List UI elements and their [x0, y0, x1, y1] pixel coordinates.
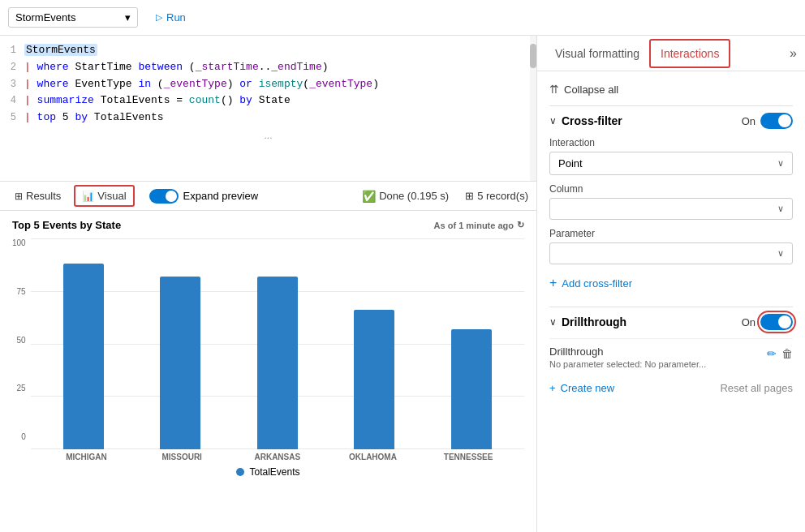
cross-filter-header: ∨ Cross-filter On	[549, 113, 793, 129]
drillthrough-header: ∨ Drillthrough On	[549, 314, 793, 330]
code-editor[interactable]: 1 StormEvents 2 | where StartTime betwee…	[0, 36, 536, 182]
line-num-3: 3	[0, 77, 24, 92]
cross-filter-section: ∨ Cross-filter On Interaction Point ∨ Co…	[549, 113, 793, 294]
code-line-3: 3 | where EventType in (_eventType) or i…	[0, 76, 536, 93]
drillthrough-toggle-knob	[778, 315, 791, 328]
bar	[63, 264, 104, 449]
line-num-2: 2	[0, 60, 24, 75]
collapse-all[interactable]: ⇈ Collapse all	[549, 79, 793, 99]
code-text-5: | top 5 by TotalEvents	[24, 109, 536, 127]
cross-filter-toggle: On	[742, 113, 793, 129]
drillthrough-title: Drillthrough	[562, 315, 737, 328]
code-line-1: 1 StormEvents	[0, 42, 536, 59]
y-label-25: 25	[12, 384, 26, 393]
cross-filter-toggle-switch[interactable]	[760, 113, 793, 129]
drillthrough-section: ∨ Drillthrough On Drillthrough No parame…	[549, 314, 793, 394]
interaction-dropdown[interactable]: Point ∨	[549, 152, 793, 175]
right-header: Visual formatting Interactions »	[537, 36, 805, 71]
dataset-select[interactable]: StormEvents ▾	[8, 7, 138, 28]
line-num-1: 1	[0, 43, 24, 58]
code-line-2: 2 | where StartTime between (_startTime.…	[0, 59, 536, 76]
column-field-label: Column	[549, 183, 793, 195]
main-layout: 1 StormEvents 2 | where StartTime betwee…	[0, 36, 805, 532]
bars-row	[31, 238, 524, 449]
drillthrough-item-subtitle: No parameter selected: No parameter...	[549, 359, 767, 369]
bar	[354, 310, 394, 449]
chart-title: Top 5 Events by State As of 1 minute ago…	[12, 219, 524, 231]
chart-title-text: Top 5 Events by State	[12, 219, 121, 231]
visual-label: Visual	[97, 190, 126, 202]
bar	[160, 277, 200, 449]
create-new-label: Create new	[561, 382, 614, 394]
expand-right-btn[interactable]: »	[790, 46, 797, 61]
tab-interactions[interactable]: Interactions	[649, 39, 730, 68]
tab-results[interactable]: ⊞ Results	[8, 187, 67, 205]
expand-preview-toggle[interactable]: Expand preview	[149, 189, 259, 204]
add-cross-filter[interactable]: + Add cross-filter	[549, 272, 793, 294]
bar-group[interactable]	[330, 238, 420, 449]
drillthrough-toggle-switch[interactable]	[760, 314, 793, 330]
right-content: ⇈ Collapse all ∨ Cross-filter On Interac	[537, 71, 805, 532]
scrollbar[interactable]	[530, 36, 536, 181]
run-button[interactable]: ▷ Run	[146, 8, 196, 27]
x-label: TENNESSEE	[420, 453, 516, 461]
divider-1	[549, 105, 793, 106]
edit-icon[interactable]: ✏	[767, 347, 777, 360]
drillthrough-toggle-label: On	[742, 316, 755, 328]
bar	[257, 277, 298, 449]
run-label: Run	[166, 11, 186, 24]
bar-group[interactable]	[39, 238, 128, 449]
done-icon: ✅	[362, 190, 376, 203]
dataset-name: StormEvents	[15, 11, 75, 24]
delete-icon[interactable]: 🗑	[781, 347, 793, 360]
bar-group[interactable]	[233, 238, 322, 449]
cross-filter-toggle-knob	[778, 114, 791, 127]
x-label: MISSOURI	[134, 453, 230, 461]
bar	[451, 329, 492, 449]
create-new[interactable]: + Create new	[549, 382, 614, 394]
expand-toggle-switch[interactable]	[149, 189, 179, 204]
column-arrow: ∨	[777, 204, 784, 214]
chart-area: Top 5 Events by State As of 1 minute ago…	[0, 211, 536, 532]
cross-filter-chevron[interactable]: ∨	[549, 115, 557, 127]
expand-toggle-knob	[166, 191, 177, 202]
code-text-1: StormEvents	[24, 42, 536, 59]
legend-label: TotalEvents	[249, 466, 299, 478]
tab-visual-formatting[interactable]: Visual formatting	[545, 41, 649, 66]
y-label-100: 100	[12, 238, 26, 247]
cross-filter-title: Cross-filter	[562, 114, 737, 127]
chart-legend: TotalEvents	[12, 466, 524, 478]
results-label: Results	[26, 190, 61, 202]
records-label: 5 record(s)	[477, 190, 528, 202]
results-icon: ⊞	[15, 191, 23, 202]
y-label-75: 75	[12, 287, 26, 296]
reset-pages[interactable]: Reset all pages	[720, 382, 793, 394]
tab-visual[interactable]: 📊 Visual	[74, 185, 134, 207]
refresh-icon[interactable]: ↻	[517, 220, 524, 230]
collapse-icon: ⇈	[549, 83, 559, 96]
code-line-5: 5 | top 5 by TotalEvents	[0, 109, 536, 127]
divider-2	[549, 307, 793, 307]
drillthrough-toggle: On	[742, 314, 793, 330]
records-icon: ⊞	[465, 190, 474, 202]
column-dropdown[interactable]: ∨	[549, 198, 793, 220]
expand-preview-label: Expand preview	[183, 190, 259, 202]
visual-formatting-label: Visual formatting	[555, 47, 639, 60]
add-cross-filter-label: Add cross-filter	[562, 277, 632, 290]
x-label: OKLAHOMA	[325, 453, 421, 461]
bars-container: MICHIGANMISSOURIARKANSASOKLAHOMATENNESSE…	[31, 238, 524, 461]
chart-timestamp: As of 1 minute ago ↻	[434, 220, 524, 230]
drillthrough-actions: ✏ 🗑	[767, 347, 793, 360]
line-num-5: 5	[0, 110, 24, 126]
bar-group[interactable]	[427, 238, 516, 449]
bar-group[interactable]	[136, 238, 225, 449]
code-text-2: | where StartTime between (_startTime.._…	[24, 59, 536, 76]
interaction-arrow: ∨	[777, 158, 784, 169]
drillthrough-item-title: Drillthrough	[549, 345, 767, 358]
done-label: Done (0.195 s)	[379, 190, 449, 202]
x-labels: MICHIGANMISSOURIARKANSASOKLAHOMATENNESSE…	[31, 449, 524, 461]
parameter-dropdown[interactable]: ∨	[549, 242, 793, 264]
add-plus-icon: +	[549, 276, 557, 290]
interaction-field-label: Interaction	[549, 137, 793, 148]
drillthrough-chevron[interactable]: ∨	[549, 316, 557, 328]
